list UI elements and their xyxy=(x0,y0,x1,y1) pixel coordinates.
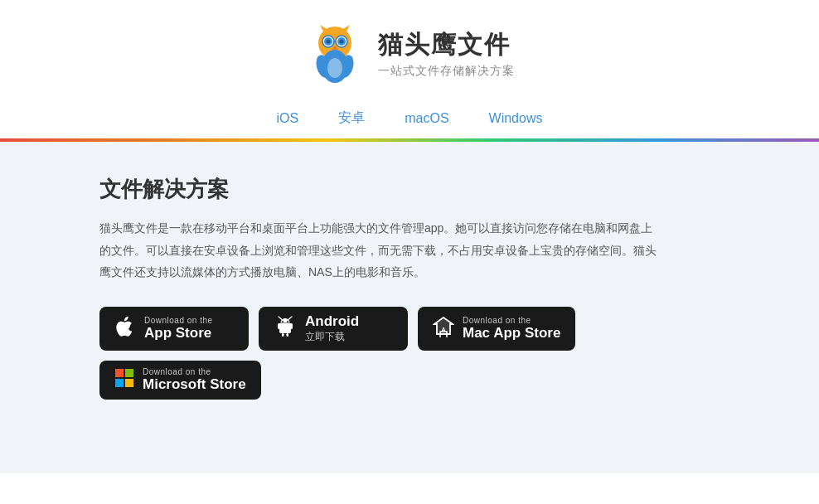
nav-android[interactable]: 安卓 xyxy=(338,109,365,127)
mac-store-small-text: Download on the xyxy=(463,316,560,325)
mac-store-big-text: Mac App Store xyxy=(463,325,560,342)
section-title: 文件解决方案 xyxy=(99,175,819,204)
logo-icon xyxy=(305,23,365,83)
microsoft-store-small-text: Download on the xyxy=(143,367,246,376)
apple-icon xyxy=(114,316,136,341)
header: 猫头鹰文件 一站式文件存储解决方案 iOS 安卓 macOS Windows xyxy=(0,0,819,138)
svg-text:A: A xyxy=(441,327,445,332)
android-text: Android 立即下载 xyxy=(305,313,359,344)
logo-area: 猫头鹰文件 一站式文件存储解决方案 xyxy=(305,23,515,83)
app-store-small-text: Download on the xyxy=(144,316,213,325)
svg-rect-17 xyxy=(278,323,280,329)
app-title-block: 猫头鹰文件 一站式文件存储解决方案 xyxy=(378,28,515,79)
main-nav: iOS 安卓 macOS Windows xyxy=(277,99,543,138)
download-row-2: Download on the Microsoft Store xyxy=(99,361,819,400)
svg-line-24 xyxy=(288,317,292,320)
app-subtitle: 一站式文件存储解决方案 xyxy=(378,64,515,79)
mac-store-icon: A xyxy=(433,316,454,341)
mac-app-store-button[interactable]: A Download on the Mac App Store xyxy=(418,307,575,351)
nav-windows[interactable]: Windows xyxy=(489,111,543,126)
svg-rect-29 xyxy=(125,379,133,387)
svg-rect-20 xyxy=(287,333,289,337)
download-row-1: Download on the App Store xyxy=(99,307,819,351)
svg-point-5 xyxy=(326,40,330,44)
svg-rect-18 xyxy=(291,323,293,329)
svg-line-23 xyxy=(279,317,282,320)
svg-point-6 xyxy=(339,40,343,44)
svg-point-22 xyxy=(287,321,288,322)
android-icon xyxy=(274,315,297,342)
svg-rect-27 xyxy=(125,369,133,377)
nav-macos[interactable]: macOS xyxy=(405,111,448,126)
svg-rect-28 xyxy=(115,379,124,387)
main-content: 文件解决方案 猫头鹰文件是一款在移动平台和桌面平台上功能强大的文件管理app。她… xyxy=(0,142,819,473)
mac-app-store-text: Download on the Mac App Store xyxy=(463,316,560,342)
svg-rect-19 xyxy=(282,333,284,337)
windows-icon xyxy=(114,368,134,391)
app-store-button[interactable]: Download on the App Store xyxy=(99,307,249,351)
android-button[interactable]: Android 立即下载 xyxy=(259,307,408,351)
android-big-text: Android xyxy=(305,313,359,330)
svg-rect-26 xyxy=(115,369,124,377)
nav-ios[interactable]: iOS xyxy=(277,111,299,126)
section-desc: 猫头鹰文件是一款在移动平台和桌面平台上功能强大的文件管理app。她可以直接访问您… xyxy=(99,217,663,284)
app-title: 猫头鹰文件 xyxy=(378,28,515,62)
svg-point-21 xyxy=(282,321,284,322)
app-store-text: Download on the App Store xyxy=(144,316,213,342)
android-sub-text: 立即下载 xyxy=(305,330,359,344)
microsoft-store-text: Download on the Microsoft Store xyxy=(143,367,246,393)
app-store-big-text: App Store xyxy=(144,325,213,342)
svg-point-14 xyxy=(327,58,342,78)
microsoft-store-button[interactable]: Download on the Microsoft Store xyxy=(99,361,261,400)
microsoft-store-big-text: Microsoft Store xyxy=(143,376,246,393)
